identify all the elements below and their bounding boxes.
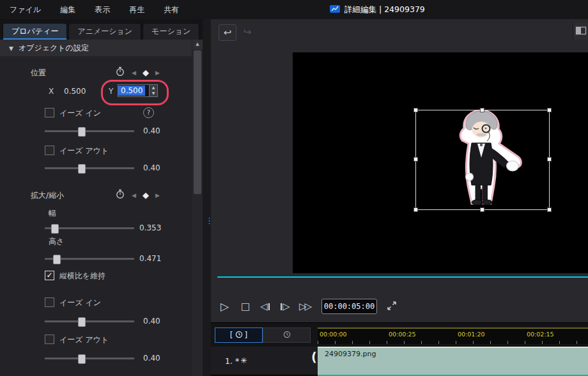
slider-track[interactable] [45, 167, 134, 169]
app-title: 詳細編集 | 24909379 [344, 4, 425, 15]
video-canvas[interactable] [293, 52, 588, 273]
scale-stopwatch-icon[interactable] [115, 189, 125, 201]
ruler-ticks [318, 341, 588, 344]
tab-motion[interactable]: モーション [143, 23, 199, 40]
keyframe-add-icon[interactable]: ◆ [143, 190, 149, 200]
y-value-stepper[interactable]: ▲ ▼ [150, 84, 158, 97]
menu-playback[interactable]: 再生 [120, 0, 154, 19]
position-ease-in-label: イーズ イン [59, 108, 101, 119]
scale-height-slider[interactable] [45, 254, 134, 263]
resize-handle-s[interactable] [480, 207, 484, 212]
resize-handle-n[interactable] [480, 108, 484, 112]
help-icon[interactable]: ? [143, 107, 154, 118]
scroll-up-icon[interactable]: ▲ [192, 40, 203, 49]
x-value[interactable]: 0.500 [64, 87, 86, 96]
clip-name: 24909379.png [325, 350, 376, 358]
play-button[interactable]: ▷ [220, 299, 229, 314]
stepper-up-icon[interactable]: ▲ [150, 85, 157, 91]
view-mode-button[interactable] [573, 23, 588, 40]
scale-ease-in-value: 0.40 [143, 317, 160, 326]
scale-ease-out-slider[interactable] [45, 354, 134, 363]
scrollbar-thumb[interactable] [194, 50, 201, 194]
undo-button[interactable]: ↩ [219, 24, 236, 41]
app-logo-icon [330, 4, 340, 15]
title-area: 詳細編集 | 24909379 [330, 0, 425, 19]
clock-icon [235, 331, 243, 340]
timeline-view-toggle-clip[interactable] [263, 327, 311, 343]
menu-share[interactable]: 共有 [154, 0, 189, 19]
scale-width-slider[interactable] [45, 223, 134, 232]
timeline-ruler[interactable]: 00:00:00 00:00:25 00:01:20 00:02:15 [318, 327, 588, 344]
scale-ease-in-checkbox[interactable]: ✓ [45, 297, 54, 307]
track-star-icon: ✳ [240, 356, 247, 365]
panel-scrollbar[interactable]: ▲ [192, 40, 203, 376]
preview-seek-bar[interactable] [217, 276, 588, 278]
slider-track[interactable] [45, 357, 134, 359]
fullscreen-button[interactable] [386, 299, 398, 314]
ruler-label: 00:01:20 [458, 331, 485, 338]
redo-icon: ↪ [244, 26, 252, 38]
scale-ease-out-checkbox[interactable]: ✓ [45, 335, 54, 344]
y-value-input[interactable]: 0.500 [118, 84, 150, 97]
slider-thumb[interactable] [51, 224, 59, 234]
resize-handle-se[interactable] [547, 207, 552, 212]
scale-width-label: 幅 [49, 208, 56, 219]
resize-handle-sw[interactable] [414, 207, 418, 212]
position-ease-in-slider[interactable] [45, 126, 134, 135]
menu-view[interactable]: 表示 [85, 0, 120, 19]
panel-splitter[interactable]: ⋮ [203, 19, 211, 376]
resize-handle-nw[interactable] [414, 108, 418, 112]
previous-frame-button[interactable]: ◁ [260, 299, 270, 314]
bracket-left-icon: [ [230, 331, 233, 340]
collapse-icon: ▼ [9, 40, 13, 57]
fast-forward-button[interactable]: ▷▷ [299, 299, 312, 314]
x-label: X [49, 87, 54, 96]
menu-file[interactable]: ファイル [0, 0, 50, 19]
keyframe-prev-icon[interactable]: ◀ [132, 192, 136, 199]
scale-height-label: 高さ [49, 236, 64, 247]
position-ease-out-value: 0.40 [143, 163, 160, 172]
keyframe-add-icon[interactable]: ◆ [143, 68, 149, 77]
next-frame-button[interactable]: ▷ [280, 299, 290, 314]
position-keyframe-controls: ◀ ◆ ▶ [115, 66, 160, 79]
properties-panel: ▼オブジェクトの設定 位置 ◀ ◆ ▶ X 0.500 Y 0.500 ▲ ▼ [0, 40, 192, 376]
redo-button[interactable]: ↪ [239, 24, 256, 40]
scale-group-label: 拡大/縮小 [31, 190, 64, 201]
position-ease-out-checkbox[interactable]: ✓ [45, 146, 54, 155]
resize-handle-w[interactable] [414, 157, 418, 162]
scale-ease-in-slider[interactable] [45, 317, 134, 326]
clock-icon [283, 331, 291, 340]
scale-height-value: 0.471 [139, 254, 161, 263]
timecode-display[interactable]: 00:00:05:00 [321, 299, 377, 314]
position-stopwatch-icon[interactable] [115, 66, 125, 79]
keep-aspect-checkbox[interactable]: ✓ [45, 271, 54, 280]
resize-handle-e[interactable] [547, 157, 552, 162]
keyframe-next-icon[interactable]: ▶ [155, 192, 160, 199]
keyframe-prev-icon[interactable]: ◀ [132, 70, 136, 76]
timeline-clip[interactable]: 24909379.png [318, 347, 588, 375]
tab-properties[interactable]: プロパティー [3, 23, 67, 40]
resize-handle-ne[interactable] [547, 108, 552, 112]
slider-thumb[interactable] [78, 164, 86, 174]
slider-track[interactable] [45, 320, 134, 322]
object-selection-box[interactable] [415, 110, 550, 210]
keyframe-next-icon[interactable]: ▶ [155, 70, 160, 76]
clip-trim-handle[interactable]: ( [311, 350, 317, 364]
slider-thumb[interactable] [53, 255, 61, 264]
stop-button[interactable]: □ [241, 299, 250, 314]
y-label: Y [109, 87, 113, 96]
slider-thumb[interactable] [78, 354, 86, 364]
position-ease-in-checkbox[interactable]: ✓ [45, 108, 54, 117]
scale-keyframe-controls: ◀ ◆ ▶ [115, 189, 160, 201]
timeline-view-toggle-keyframe[interactable]: [ ] [215, 327, 263, 343]
track-header[interactable]: 1. * ✳ [211, 347, 318, 375]
position-ease-out-slider[interactable] [45, 163, 134, 172]
object-settings-header[interactable]: ▼オブジェクトの設定 [0, 40, 192, 56]
menu-edit[interactable]: 編集 [50, 0, 85, 19]
slider-thumb[interactable] [78, 127, 86, 137]
panel-tabs: プロパティー アニメーション モーション [0, 19, 203, 40]
slider-track[interactable] [45, 130, 134, 132]
slider-thumb[interactable] [78, 317, 86, 327]
tab-animation[interactable]: アニメーション [68, 23, 141, 40]
stepper-down-icon[interactable]: ▼ [150, 91, 157, 96]
